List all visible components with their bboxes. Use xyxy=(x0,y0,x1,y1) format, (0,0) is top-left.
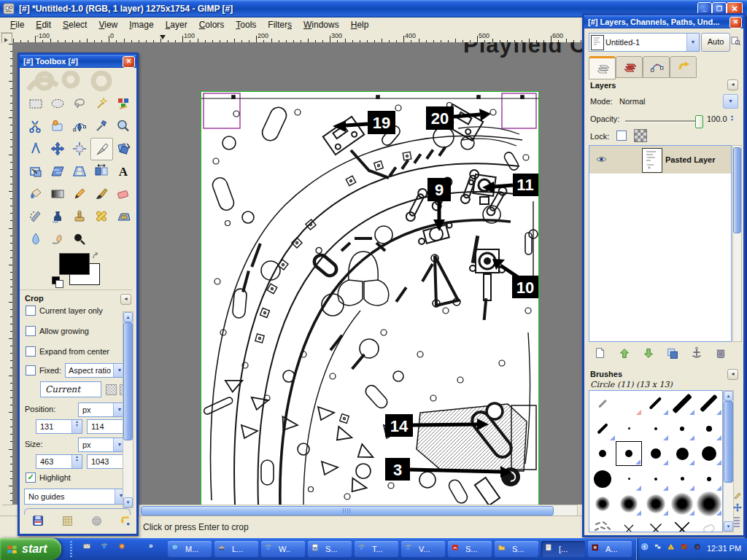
ink-tool[interactable] xyxy=(47,206,68,227)
eraser-tool[interactable] xyxy=(112,183,133,204)
ruler-origin-button[interactable] xyxy=(1,33,12,43)
color-area[interactable] xyxy=(56,252,107,289)
tab-layers[interactable] xyxy=(589,56,616,79)
menu-windows[interactable]: Windows xyxy=(298,18,345,32)
brush-swatch[interactable] xyxy=(643,517,669,533)
current-layer-only-checkbox[interactable] xyxy=(26,306,36,316)
scroll-down-icon[interactable]: ▼ xyxy=(123,497,133,508)
fixed-checkbox[interactable] xyxy=(26,365,36,376)
reset-settings-button[interactable] xyxy=(119,514,135,530)
scale-tool[interactable] xyxy=(25,160,46,182)
paintbrush-tool[interactable] xyxy=(90,183,112,204)
brush-swatch[interactable] xyxy=(616,467,642,491)
layers-collapse-button[interactable]: ◂ xyxy=(727,79,738,90)
menu-tools[interactable]: Tools xyxy=(230,18,262,32)
orientation-landscape-button[interactable] xyxy=(106,384,117,395)
menu-image[interactable]: Image xyxy=(123,18,159,32)
tab-channels[interactable] xyxy=(616,56,643,78)
delete-layer-button[interactable] xyxy=(712,345,729,362)
lower-layer-button[interactable] xyxy=(640,345,657,362)
perspective-clone-tool[interactable] xyxy=(112,206,133,227)
brush-swatch[interactable] xyxy=(589,441,616,466)
paths-tool[interactable] xyxy=(69,115,90,136)
highlight-checkbox[interactable]: ✓ xyxy=(26,472,36,483)
brushes-collapse-button[interactable]: ◂ xyxy=(727,369,738,380)
airbrush-tool[interactable] xyxy=(25,206,46,227)
brush-swatch[interactable] xyxy=(696,467,722,491)
move-tool[interactable] xyxy=(47,138,68,159)
toolbox-window[interactable]: [#] Toolbox [#] ✕ A Crop ◂ Current layer… xyxy=(18,52,139,536)
crop-tool[interactable] xyxy=(90,138,113,160)
menu-view[interactable]: View xyxy=(93,18,123,32)
scissors-select-tool[interactable] xyxy=(25,115,46,136)
menu-edit[interactable]: Edit xyxy=(30,18,57,32)
fuzzy-select-tool[interactable] xyxy=(90,93,112,114)
menu-filters[interactable]: Filters xyxy=(262,18,298,32)
layer-list[interactable]: Pasted Layer xyxy=(589,145,732,342)
save-settings-button[interactable] xyxy=(31,514,47,530)
perspective-tool[interactable] xyxy=(69,160,90,182)
menu-colors[interactable]: Colors xyxy=(193,18,231,32)
size-width-spinner[interactable]: 463 ▲▼ xyxy=(36,454,82,469)
scroll-down-icon[interactable]: ▼ xyxy=(724,521,733,532)
scroll-up-icon[interactable]: ▲ xyxy=(724,391,733,401)
layers-title-bar[interactable]: [#] Layers, Channels, Paths, Und... ✕ xyxy=(584,15,743,28)
brush-swatch[interactable] xyxy=(696,391,722,416)
visibility-eye-icon[interactable] xyxy=(595,154,608,165)
brush-swatch[interactable] xyxy=(616,517,642,533)
mode-dropdown-button[interactable]: ▼ xyxy=(723,94,738,109)
taskbar-button-app-dark[interactable]: A... xyxy=(588,541,632,557)
foreground-select-tool[interactable] xyxy=(47,115,68,136)
layer-name[interactable]: Pasted Layer xyxy=(665,155,715,164)
crop-region[interactable]: 19 20 9 11 10 14 3 xyxy=(201,91,539,505)
guides-dropdown[interactable]: No guides ▼ xyxy=(24,489,128,505)
brush-swatch[interactable] xyxy=(589,517,616,533)
tab-paths[interactable] xyxy=(643,56,670,78)
taskbar-button-internet-explorer[interactable]: eW.. xyxy=(261,541,305,557)
bucket-fill-tool[interactable] xyxy=(25,183,46,204)
rotate-tool[interactable] xyxy=(112,138,133,159)
opacity-slider-thumb[interactable] xyxy=(695,115,703,128)
menu-file[interactable]: File xyxy=(4,18,30,32)
blur-tool[interactable] xyxy=(25,228,46,249)
gradient-tool[interactable] xyxy=(47,183,68,204)
dock-scrollbar[interactable] xyxy=(732,145,742,342)
brush-swatch[interactable] xyxy=(669,441,695,466)
menu-select[interactable]: Select xyxy=(57,18,93,32)
expand-from-center-checkbox[interactable] xyxy=(26,346,36,357)
position-x-spinner[interactable]: 131 ▲▼ xyxy=(36,419,82,434)
menu-help[interactable]: Help xyxy=(345,18,375,32)
tray-collapse-chevron[interactable] xyxy=(641,543,652,554)
brushes-scroll-thumb[interactable] xyxy=(724,401,733,483)
heal-tool[interactable] xyxy=(90,206,112,227)
taskbar-button-messenger[interactable]: M... xyxy=(168,541,212,557)
spinner-arrows-icon[interactable]: ▲▼ xyxy=(71,455,82,468)
auto-button[interactable]: Auto xyxy=(701,33,730,52)
brush-swatch[interactable] xyxy=(696,441,722,466)
dock-scroll-thumb[interactable] xyxy=(733,147,741,233)
zoom-tool[interactable] xyxy=(112,115,133,136)
lock-alpha-icon[interactable] xyxy=(634,129,647,142)
fixed-type-dropdown[interactable]: Aspect ratio ▼ xyxy=(65,363,126,378)
select-by-color-tool[interactable] xyxy=(112,93,133,114)
taskbar-button-acrobat[interactable]: S... xyxy=(448,541,492,557)
brush-swatch[interactable] xyxy=(643,391,669,416)
brush-swatch[interactable] xyxy=(616,491,642,516)
opacity-slider[interactable] xyxy=(625,120,701,122)
layer-row[interactable]: Pasted Layer xyxy=(589,146,731,174)
brush-swatch[interactable] xyxy=(616,416,642,441)
swap-colors-icon[interactable] xyxy=(91,252,103,262)
quicklaunch-outlook[interactable] xyxy=(83,542,96,555)
brush-swatch[interactable] xyxy=(589,491,616,516)
vertical-ruler[interactable] xyxy=(2,42,13,505)
quicklaunch-media-player[interactable] xyxy=(118,542,131,555)
collapse-button[interactable]: ◂ xyxy=(120,294,131,305)
tab-undo-history[interactable] xyxy=(670,56,697,78)
text-tool[interactable]: A xyxy=(112,160,133,182)
brush-swatch[interactable] xyxy=(643,491,669,516)
aspect-ratio-input[interactable]: Current xyxy=(40,381,101,397)
quicklaunch-internet-explorer[interactable]: e xyxy=(101,542,113,555)
layers-close-button[interactable]: ✕ xyxy=(729,17,742,28)
options-scroll-thumb[interactable] xyxy=(123,322,133,440)
brush-swatch[interactable] xyxy=(643,467,669,491)
